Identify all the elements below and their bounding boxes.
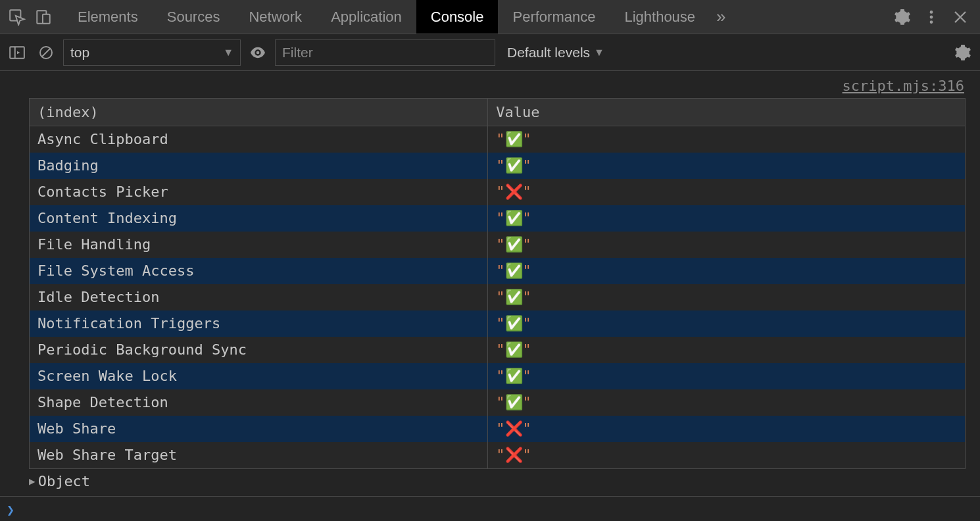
table-row[interactable]: Web Share"❌" [30,416,965,442]
table-row[interactable]: File System Access"✅" [30,258,965,284]
table-row[interactable]: Web Share Target"❌" [30,442,965,468]
expandable-object[interactable]: ▶ Object [29,473,966,489]
tab-lighthouse[interactable]: Lighthouse [610,0,710,34]
cell-index: File Handling [30,232,488,258]
svg-point-8 [257,51,260,54]
cell-index: Web Share Target [30,442,488,468]
console-table: (index) Value Async Clipboard"✅"Badging"… [29,98,966,469]
cell-index: Notification Triggers [30,310,488,337]
tab-application[interactable]: Application [316,0,416,34]
cell-value: "✅" [488,284,965,310]
inspect-element-icon[interactable] [4,4,30,30]
cell-value: "❌" [488,442,965,468]
cell-value: "✅" [488,232,965,258]
table-row[interactable]: Async Clipboard"✅" [30,126,965,153]
cell-value: "✅" [488,258,965,284]
filter-input[interactable] [275,39,495,66]
cell-value: "✅" [488,389,965,416]
cell-value: "✅" [488,205,965,232]
table-row[interactable]: Shape Detection"✅" [30,389,965,416]
device-toolbar-icon[interactable] [30,4,57,30]
cell-value: "❌" [488,179,965,205]
cell-index: Screen Wake Lock [30,363,488,389]
devtools-tabbar: ElementsSourcesNetworkApplicationConsole… [0,0,980,34]
tab-network[interactable]: Network [234,0,316,34]
svg-point-3 [930,11,933,14]
svg-point-4 [930,15,933,18]
cell-value: "✅" [488,126,965,153]
console-prompt[interactable]: ❯ [0,496,980,522]
tab-performance[interactable]: Performance [498,0,610,34]
col-header-index[interactable]: (index) [30,99,488,126]
chevron-down-icon: ▼ [223,47,233,59]
cell-value: "✅" [488,363,965,389]
tabs-overflow-button[interactable]: » [710,7,732,27]
table-row[interactable]: Badging"✅" [30,153,965,179]
cell-index: Content Indexing [30,205,488,232]
prompt-caret-icon: ❯ [7,502,14,518]
col-header-value[interactable]: Value [488,99,965,126]
table-row[interactable]: Notification Triggers"✅" [30,310,965,337]
cell-index: File System Access [30,258,488,284]
cell-index: Async Clipboard [30,126,488,153]
table-row[interactable]: Content Indexing"✅" [30,205,965,232]
panel-tabs: ElementsSourcesNetworkApplicationConsole… [63,0,710,34]
clear-console-icon[interactable] [34,41,58,64]
console-toolbar: top ▼ Default levels ▼ [0,34,980,71]
cell-value: "❌" [488,416,965,442]
gear-icon[interactable] [889,4,916,30]
svg-point-5 [930,20,933,24]
kebab-menu-icon[interactable] [918,4,944,30]
table-row[interactable]: Contacts Picker"❌" [30,179,965,205]
cell-index: Periodic Background Sync [30,337,488,363]
console-output: script.mjs:316 (index) Value Async Clipb… [0,71,980,489]
tab-elements[interactable]: Elements [63,0,153,34]
cell-index: Shape Detection [30,389,488,416]
levels-label: Default levels [507,45,590,61]
tab-console[interactable]: Console [416,0,499,34]
close-icon[interactable] [947,4,973,30]
cell-index: Web Share [30,416,488,442]
cell-value: "✅" [488,153,965,179]
cell-index: Idle Detection [30,284,488,310]
context-label: top [70,45,89,61]
cell-index: Contacts Picker [30,179,488,205]
cell-value: "✅" [488,310,965,337]
live-expression-icon[interactable] [246,41,270,64]
console-sidebar-toggle-icon[interactable] [5,41,29,64]
disclosure-triangle-icon: ▶ [29,475,36,487]
console-settings-gear-icon[interactable] [951,41,975,64]
table-row[interactable]: Periodic Background Sync"✅" [30,337,965,363]
table-row[interactable]: Screen Wake Lock"✅" [30,363,965,389]
table-row[interactable]: File Handling"✅" [30,232,965,258]
svg-rect-2 [43,14,50,23]
table-row[interactable]: Idle Detection"✅" [30,284,965,310]
log-levels-select[interactable]: Default levels ▼ [501,45,611,61]
tab-sources[interactable]: Sources [153,0,235,34]
object-label: Object [38,473,90,489]
cell-value: "✅" [488,337,965,363]
chevron-down-icon: ▼ [594,47,604,59]
execution-context-select[interactable]: top ▼ [63,39,241,66]
cell-index: Badging [30,153,488,179]
source-link[interactable]: script.mjs:316 [0,71,980,98]
